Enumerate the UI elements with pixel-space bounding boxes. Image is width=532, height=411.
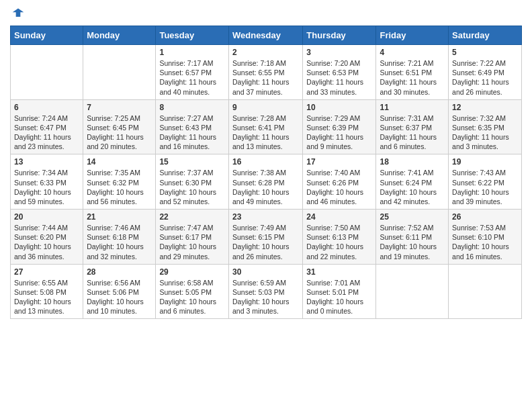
day-number: 11 xyxy=(380,103,445,112)
calendar-cell: 18Sunrise: 7:41 AMSunset: 6:24 PMDayligh… xyxy=(376,154,449,210)
calendar-cell: 20Sunrise: 7:44 AMSunset: 6:20 PMDayligh… xyxy=(11,210,83,265)
day-number: 1 xyxy=(159,48,225,57)
column-header-monday: Monday xyxy=(83,26,156,45)
day-info: Sunrise: 6:58 AMSunset: 5:05 PMDaylight:… xyxy=(159,278,225,316)
day-info: Sunrise: 7:49 AMSunset: 6:15 PMDaylight:… xyxy=(232,223,299,261)
day-number: 17 xyxy=(306,157,372,167)
column-header-tuesday: Tuesday xyxy=(156,26,229,45)
calendar-cell: 8Sunrise: 7:27 AMSunset: 6:43 PMDaylight… xyxy=(156,99,229,154)
logo-bird-icon xyxy=(11,7,25,20)
day-info: Sunrise: 7:46 AMSunset: 6:18 PMDaylight:… xyxy=(87,223,152,261)
day-info: Sunrise: 7:27 AMSunset: 6:43 PMDaylight:… xyxy=(159,113,225,152)
day-info: Sunrise: 7:25 AMSunset: 6:45 PMDaylight:… xyxy=(87,113,152,152)
calendar-cell: 4Sunrise: 7:21 AMSunset: 6:51 PMDaylight… xyxy=(376,45,449,100)
day-info: Sunrise: 7:40 AMSunset: 6:26 PMDaylight:… xyxy=(306,168,372,206)
day-info: Sunrise: 7:17 AMSunset: 6:57 PMDaylight:… xyxy=(159,58,225,97)
day-info: Sunrise: 7:37 AMSunset: 6:30 PMDaylight:… xyxy=(159,168,225,206)
calendar-week-row: 27Sunrise: 6:55 AMSunset: 5:08 PMDayligh… xyxy=(11,264,522,319)
calendar-cell: 5Sunrise: 7:22 AMSunset: 6:49 PMDaylight… xyxy=(449,45,522,100)
calendar-week-row: 13Sunrise: 7:34 AMSunset: 6:33 PMDayligh… xyxy=(11,154,522,210)
calendar-cell: 11Sunrise: 7:31 AMSunset: 6:37 PMDayligh… xyxy=(376,99,449,154)
calendar-cell: 25Sunrise: 7:52 AMSunset: 6:11 PMDayligh… xyxy=(376,210,449,265)
calendar-cell: 12Sunrise: 7:32 AMSunset: 6:35 PMDayligh… xyxy=(449,99,522,154)
calendar-cell: 16Sunrise: 7:38 AMSunset: 6:28 PMDayligh… xyxy=(228,154,302,210)
day-number: 28 xyxy=(87,267,152,277)
day-number: 23 xyxy=(232,212,299,222)
day-info: Sunrise: 7:29 AMSunset: 6:39 PMDaylight:… xyxy=(306,113,372,152)
day-info: Sunrise: 7:35 AMSunset: 6:32 PMDaylight:… xyxy=(87,168,152,206)
day-number: 18 xyxy=(380,157,445,167)
day-number: 5 xyxy=(452,48,518,57)
calendar-cell: 15Sunrise: 7:37 AMSunset: 6:30 PMDayligh… xyxy=(156,154,229,210)
calendar-week-row: 1Sunrise: 7:17 AMSunset: 6:57 PMDaylight… xyxy=(11,45,522,100)
calendar-cell: 9Sunrise: 7:28 AMSunset: 6:41 PMDaylight… xyxy=(228,99,302,154)
calendar-week-row: 20Sunrise: 7:44 AMSunset: 6:20 PMDayligh… xyxy=(11,210,522,265)
day-number: 8 xyxy=(159,103,225,112)
page: SundayMondayTuesdayWednesdayThursdayFrid… xyxy=(0,0,532,411)
column-header-thursday: Thursday xyxy=(303,26,376,45)
day-number: 3 xyxy=(306,48,372,57)
day-number: 19 xyxy=(452,157,518,167)
calendar-header-row: SundayMondayTuesdayWednesdayThursdayFrid… xyxy=(11,26,522,45)
calendar-table: SundayMondayTuesdayWednesdayThursdayFrid… xyxy=(10,26,522,319)
day-number: 12 xyxy=(452,103,518,112)
calendar-cell xyxy=(376,264,449,319)
calendar-cell: 23Sunrise: 7:49 AMSunset: 6:15 PMDayligh… xyxy=(228,210,302,265)
calendar-cell: 24Sunrise: 7:50 AMSunset: 6:13 PMDayligh… xyxy=(303,210,376,265)
calendar-cell: 13Sunrise: 7:34 AMSunset: 6:33 PMDayligh… xyxy=(11,154,83,210)
calendar-week-row: 6Sunrise: 7:24 AMSunset: 6:47 PMDaylight… xyxy=(11,99,522,154)
day-info: Sunrise: 7:53 AMSunset: 6:10 PMDaylight:… xyxy=(452,223,518,261)
header xyxy=(10,7,522,20)
day-number: 16 xyxy=(232,157,299,167)
calendar-cell xyxy=(449,264,522,319)
calendar-cell: 3Sunrise: 7:20 AMSunset: 6:53 PMDaylight… xyxy=(303,45,376,100)
logo-text xyxy=(10,7,25,20)
day-info: Sunrise: 7:24 AMSunset: 6:47 PMDaylight:… xyxy=(14,113,79,152)
calendar-cell: 17Sunrise: 7:40 AMSunset: 6:26 PMDayligh… xyxy=(303,154,376,210)
column-header-friday: Friday xyxy=(376,26,449,45)
calendar-cell: 29Sunrise: 6:58 AMSunset: 5:05 PMDayligh… xyxy=(156,264,229,319)
day-number: 10 xyxy=(306,103,372,112)
calendar-cell xyxy=(83,45,156,100)
day-number: 6 xyxy=(14,103,79,112)
column-header-saturday: Saturday xyxy=(449,26,522,45)
day-info: Sunrise: 7:22 AMSunset: 6:49 PMDaylight:… xyxy=(452,58,518,97)
calendar-cell: 14Sunrise: 7:35 AMSunset: 6:32 PMDayligh… xyxy=(83,154,156,210)
calendar-cell: 27Sunrise: 6:55 AMSunset: 5:08 PMDayligh… xyxy=(11,264,83,319)
calendar-cell: 28Sunrise: 6:56 AMSunset: 5:06 PMDayligh… xyxy=(83,264,156,319)
calendar-cell: 22Sunrise: 7:47 AMSunset: 6:17 PMDayligh… xyxy=(156,210,229,265)
calendar-cell: 1Sunrise: 7:17 AMSunset: 6:57 PMDaylight… xyxy=(156,45,229,100)
day-info: Sunrise: 7:43 AMSunset: 6:22 PMDaylight:… xyxy=(452,168,518,206)
column-header-sunday: Sunday xyxy=(11,26,83,45)
day-info: Sunrise: 7:18 AMSunset: 6:55 PMDaylight:… xyxy=(232,58,299,97)
day-info: Sunrise: 7:20 AMSunset: 6:53 PMDaylight:… xyxy=(306,58,372,97)
day-info: Sunrise: 7:28 AMSunset: 6:41 PMDaylight:… xyxy=(232,113,299,152)
day-number: 21 xyxy=(87,212,152,222)
day-number: 24 xyxy=(306,212,372,222)
day-info: Sunrise: 7:52 AMSunset: 6:11 PMDaylight:… xyxy=(380,223,445,261)
day-number: 30 xyxy=(232,267,299,277)
day-number: 9 xyxy=(232,103,299,112)
calendar-cell: 30Sunrise: 6:59 AMSunset: 5:03 PMDayligh… xyxy=(228,264,302,319)
day-info: Sunrise: 7:32 AMSunset: 6:35 PMDaylight:… xyxy=(452,113,518,152)
day-number: 25 xyxy=(380,212,445,222)
calendar-cell: 21Sunrise: 7:46 AMSunset: 6:18 PMDayligh… xyxy=(83,210,156,265)
svg-marker-0 xyxy=(13,9,24,17)
day-number: 20 xyxy=(14,212,79,222)
logo xyxy=(10,7,25,20)
day-number: 14 xyxy=(87,157,152,167)
day-number: 26 xyxy=(452,212,518,222)
calendar-cell xyxy=(11,45,83,100)
day-info: Sunrise: 7:44 AMSunset: 6:20 PMDaylight:… xyxy=(14,223,79,261)
day-info: Sunrise: 7:34 AMSunset: 6:33 PMDaylight:… xyxy=(14,168,79,206)
day-info: Sunrise: 7:47 AMSunset: 6:17 PMDaylight:… xyxy=(159,223,225,261)
day-info: Sunrise: 7:41 AMSunset: 6:24 PMDaylight:… xyxy=(380,168,445,206)
day-number: 2 xyxy=(232,48,299,57)
day-info: Sunrise: 7:31 AMSunset: 6:37 PMDaylight:… xyxy=(380,113,445,152)
day-number: 7 xyxy=(87,103,152,112)
calendar-cell: 6Sunrise: 7:24 AMSunset: 6:47 PMDaylight… xyxy=(11,99,83,154)
calendar-cell: 26Sunrise: 7:53 AMSunset: 6:10 PMDayligh… xyxy=(449,210,522,265)
day-info: Sunrise: 7:21 AMSunset: 6:51 PMDaylight:… xyxy=(380,58,445,97)
day-number: 31 xyxy=(306,267,372,277)
calendar-cell: 2Sunrise: 7:18 AMSunset: 6:55 PMDaylight… xyxy=(228,45,302,100)
